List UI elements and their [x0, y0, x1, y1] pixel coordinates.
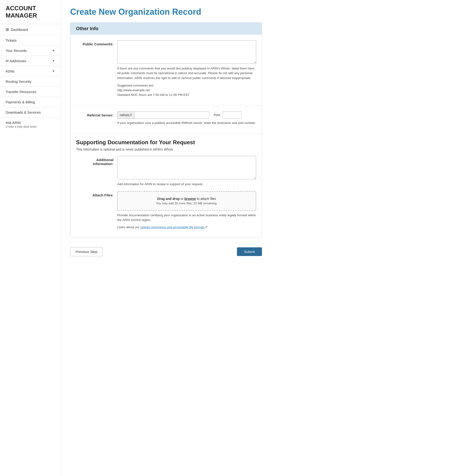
public-comments-help2: Suggested comments are: http://www.examp… — [117, 83, 256, 97]
sidebar-item-ask-arin[interactable]: Ask ARIN Create a help desk ticket — [0, 117, 61, 131]
suggested-example2: Standard NOC hours are 7:00 AM to 11:00 … — [117, 93, 190, 97]
chevron-down-icon: ▼ — [52, 69, 55, 73]
additional-info-help: Add information for ARIN to review in su… — [117, 182, 256, 186]
page-title: Create New Organization Record — [70, 7, 262, 17]
main-content: Create New Organization Record Other Inf… — [61, 0, 271, 476]
attach-files-help2: Learn about our upload restrictions and … — [117, 225, 256, 230]
public-comments-help1: If there are any comments that you would… — [117, 66, 256, 80]
sidebar-item-label: Routing Security — [6, 80, 31, 83]
sidebar-item-dashboard[interactable]: ⊞ Dashboard — [0, 24, 61, 35]
additional-info-textarea[interactable] — [117, 156, 256, 179]
sidebar-item-ip-addresses[interactable]: IP Addresses ▼ — [0, 56, 61, 66]
referral-server-label: Referral Server: — [76, 111, 114, 117]
drop-zone-sub: You may add 20 more files. 25 MB remaini… — [121, 202, 252, 205]
referral-prefix: rwhois:// — [117, 111, 134, 119]
main-panel: Other Info Public Comments: If there are… — [70, 22, 262, 238]
referral-prefix-group: rwhois:// — [117, 111, 209, 119]
referral-input-row: rwhois:// Port: — [117, 111, 256, 119]
additional-info-wrap: Add information for ARIN to review in su… — [117, 156, 256, 186]
sidebar-item-downloads-services[interactable]: Downloads & Services — [0, 107, 61, 117]
attach-files-help1: Provide documentation certifying your or… — [117, 213, 256, 223]
brand: ACCOUNT MANAGER — [0, 5, 61, 24]
port-input[interactable] — [223, 111, 241, 119]
sidebar-item-label: Downloads & Services — [6, 110, 41, 114]
drop-zone-text: Drag and drop or browse to attach files — [121, 197, 252, 201]
upload-restrictions-link[interactable]: upload restrictions and acceptable file … — [140, 225, 205, 229]
ask-arin-subtitle: Create a help desk ticket — [6, 125, 55, 128]
sidebar-item-tickets[interactable]: Tickets — [0, 35, 61, 45]
sidebar-item-label: Dashboard — [11, 28, 28, 31]
public-comments-label: Public Comments: — [76, 40, 114, 46]
port-label: Port: — [214, 113, 221, 117]
suggested-example1: http://www.example.net — [117, 88, 150, 92]
sidebar-item-asns[interactable]: ASNs ▼ — [0, 66, 61, 76]
brand-line2: MANAGER — [6, 12, 37, 19]
public-comments-wrap: If there are any comments that you would… — [117, 40, 256, 97]
sidebar-item-label: ASNs — [6, 69, 14, 73]
upload-help-suffix: . — [208, 225, 208, 229]
attach-files-row: Attach Files: Drag and drop or browse to… — [76, 191, 256, 230]
public-comments-textarea[interactable] — [117, 40, 256, 64]
suggested-comments-title: Suggested comments are: — [117, 84, 154, 87]
public-comments-row: Public Comments: If there are any commen… — [76, 40, 256, 97]
sidebar-item-label: Transfer Resources — [6, 90, 36, 94]
public-comments-section: Public Comments: If there are any commen… — [70, 35, 262, 106]
panel-body: Public Comments: If there are any commen… — [70, 35, 262, 238]
additional-info-row: AdditionalInformation: Add information f… — [76, 156, 256, 186]
drop-or-text: or — [180, 197, 184, 201]
sidebar-item-label: Payments & Billing — [6, 100, 35, 104]
supporting-doc-title: Supporting Documentation for Your Reques… — [76, 139, 256, 146]
chevron-down-icon: ▼ — [52, 59, 55, 63]
ask-arin-label[interactable]: Ask ARIN — [6, 121, 55, 124]
form-footer: Previous Step Submit — [70, 243, 262, 260]
panel-header: Other Info — [70, 23, 262, 35]
file-drop-zone[interactable]: Drag and drop or browse to attach files … — [117, 191, 256, 211]
browse-link[interactable]: browse — [184, 197, 196, 201]
referral-server-wrap: rwhois:// Port: If your organization run… — [117, 111, 256, 125]
attach-files-label: Attach Files: — [76, 191, 114, 197]
drag-drop-bold: Drag and drop — [157, 197, 180, 201]
supporting-doc-section: Supporting Documentation for Your Reques… — [70, 134, 262, 238]
referral-server-section: Referral Server: rwhois:// Port: If your… — [70, 106, 262, 134]
dashboard-icon: ⊞ — [6, 27, 9, 32]
brand-line1: ACCOUNT — [6, 5, 36, 12]
sidebar-item-label: IP Addresses — [6, 59, 26, 63]
additional-info-label: AdditionalInformation: — [76, 156, 114, 166]
supporting-doc-subtitle: This information is optional and is neve… — [76, 147, 256, 151]
chevron-down-icon: ▼ — [52, 49, 55, 52]
referral-server-help: If your organization runs a publicly acc… — [117, 121, 256, 125]
referral-hostname-input[interactable] — [134, 111, 209, 119]
referral-server-row: Referral Server: rwhois:// Port: If your… — [76, 111, 256, 125]
submit-button[interactable]: Submit — [237, 247, 262, 256]
sidebar-item-transfer-resources[interactable]: Transfer Resources — [0, 86, 61, 97]
sidebar-item-label: Your Records — [6, 49, 27, 52]
sidebar-item-label: Tickets — [6, 38, 17, 42]
sidebar: ACCOUNT MANAGER ⊞ Dashboard Tickets Your… — [0, 0, 61, 476]
sidebar-item-payments-billing[interactable]: Payments & Billing — [0, 97, 61, 107]
upload-help-prefix: Learn about our — [117, 225, 140, 229]
sidebar-item-your-records[interactable]: Your Records ▼ — [0, 45, 61, 56]
attach-end-text: to attach files — [196, 197, 216, 201]
attach-files-wrap: Drag and drop or browse to attach files … — [117, 191, 256, 230]
sidebar-item-routing-security[interactable]: Routing Security — [0, 76, 61, 86]
previous-step-button[interactable]: Previous Step — [70, 247, 103, 256]
